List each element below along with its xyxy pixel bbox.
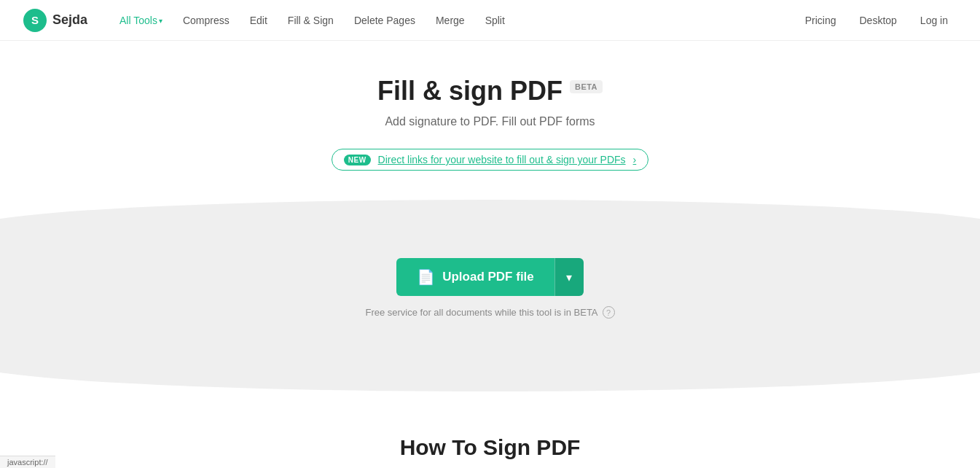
nav-delete-pages[interactable]: Delete Pages [345, 9, 424, 32]
new-banner-link[interactable]: NEW Direct links for your website to fil… [332, 149, 649, 171]
logo-link[interactable]: S Sejda [23, 9, 87, 32]
wave-section: 📄 Upload PDF file ▾ Free service for all… [15, 200, 965, 391]
upload-button-wrap: 📄 Upload PDF file ▾ [396, 258, 584, 296]
free-note-area: Free service for all documents while thi… [365, 306, 614, 319]
pdf-file-icon: 📄 [417, 268, 435, 286]
how-to-section: How To Sign PDF [0, 391, 980, 468]
status-text: javascript:// [7, 458, 48, 467]
upload-dropdown-button[interactable]: ▾ [554, 258, 584, 296]
nav-edit[interactable]: Edit [241, 9, 276, 32]
page-title: Fill & sign PDF [377, 76, 562, 106]
nav-desktop[interactable]: Desktop [850, 9, 905, 32]
logo-circle: S [23, 9, 47, 32]
nav-links: All Tools ▾ Compress Edit Fill & Sign De… [111, 9, 796, 32]
banner-arrow-icon: › [633, 154, 637, 165]
hero-section: Fill & sign PDF BETA Add signature to PD… [0, 41, 980, 391]
info-icon[interactable]: ? [603, 306, 615, 319]
nav-all-tools[interactable]: All Tools ▾ [111, 9, 171, 32]
status-bar: javascript:// [0, 456, 55, 468]
upload-area: 📄 Upload PDF file ▾ Free service for all… [365, 258, 614, 319]
nav-login[interactable]: Log in [912, 9, 957, 32]
nav-compress[interactable]: Compress [174, 9, 238, 32]
navbar: S Sejda All Tools ▾ Compress Edit Fill &… [0, 0, 980, 41]
logo-letter: S [31, 14, 39, 26]
banner-text: Direct links for your website to fill ou… [378, 154, 626, 165]
hero-title-wrap: Fill & sign PDF BETA [15, 76, 965, 106]
brand-name: Sejda [52, 12, 87, 28]
nav-split[interactable]: Split [477, 9, 514, 32]
all-tools-arrow-icon: ▾ [159, 17, 162, 25]
free-note-text: Free service for all documents while thi… [365, 307, 597, 318]
upload-pdf-button[interactable]: 📄 Upload PDF file [396, 258, 554, 296]
nav-fill-sign[interactable]: Fill & Sign [279, 9, 342, 32]
upload-button-label: Upload PDF file [442, 270, 534, 284]
how-to-title: How To Sign PDF [15, 435, 965, 460]
beta-badge: BETA [570, 80, 603, 93]
nav-merge[interactable]: Merge [427, 9, 474, 32]
nav-right: Pricing Desktop Log in [796, 9, 957, 32]
new-tag: NEW [344, 155, 371, 165]
dropdown-arrow-icon: ▾ [566, 270, 572, 284]
hero-subtitle: Add signature to PDF. Fill out PDF forms [15, 115, 965, 128]
nav-pricing[interactable]: Pricing [796, 9, 845, 32]
